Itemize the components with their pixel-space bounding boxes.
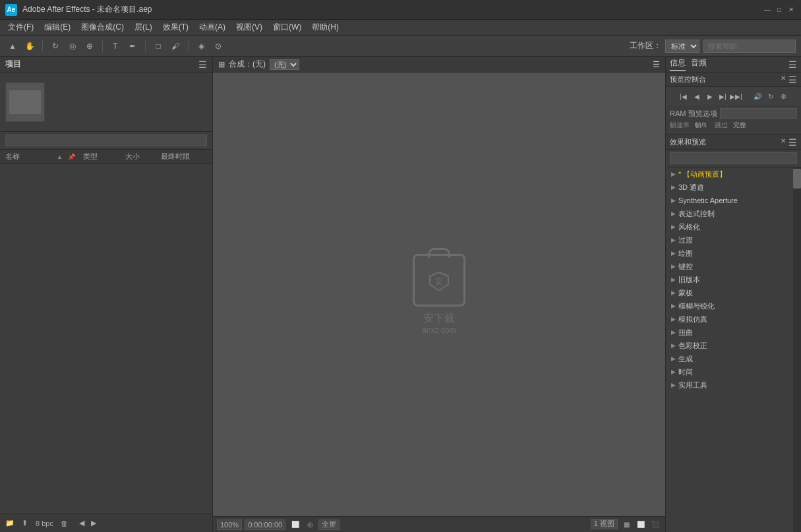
effect-label-7: 键控 [678, 262, 693, 272]
app-icon: Ae [5, 4, 17, 16]
toolbar-text-tool[interactable]: T [108, 39, 123, 53]
toolbar-puppet-tool[interactable]: ⊙ [211, 39, 225, 53]
menu-item-v[interactable]: 视图(V) [231, 20, 268, 34]
toolbar-shape-tool[interactable]: □ [151, 39, 165, 53]
effect-item-13[interactable]: ▶色彩校正 [666, 339, 793, 352]
effect-item-7[interactable]: ▶键控 [666, 260, 793, 273]
effect-label-3: 表达式控制 [678, 209, 715, 219]
effect-item-2[interactable]: ▶Synthetic Aperture [666, 194, 793, 207]
menu-item-c[interactable]: 图像合成(C) [76, 20, 129, 34]
workspace-select[interactable]: 标准 [665, 40, 699, 53]
scroll-right-button[interactable]: ▶ [88, 517, 100, 529]
project-panel-menu-button[interactable]: ☰ [198, 59, 207, 70]
toolbar-rotate-tool[interactable]: ↻ [48, 39, 63, 53]
effects-close-button[interactable]: ✕ [781, 137, 786, 148]
effects-panel: 效果和预览 ✕ ☰ ▶* 【动画预置】▶3D 通道▶Synthetic Aper… [666, 135, 801, 532]
effect-label-14: 生成 [678, 354, 693, 364]
menu-item-l[interactable]: 层(L) [129, 20, 158, 34]
effect-arrow-9: ▶ [671, 289, 676, 296]
effect-item-3[interactable]: ▶表达式控制 [666, 207, 793, 220]
toolbar-arrow-tool[interactable]: ▲ [5, 39, 20, 53]
minimize-button[interactable]: — [763, 5, 772, 15]
effect-arrow-16: ▶ [671, 382, 676, 388]
effect-item-9[interactable]: ▶蒙板 [666, 286, 793, 299]
import-button[interactable]: ⬆ [18, 517, 30, 529]
effect-label-9: 蒙板 [678, 288, 693, 298]
effects-scroll-thumb[interactable] [793, 169, 801, 189]
effects-list: ▶* 【动画预置】▶3D 通道▶Synthetic Aperture▶表达式控制… [666, 167, 801, 532]
column-size-header: 大小 [125, 152, 158, 162]
effect-item-5[interactable]: ▶过渡 [666, 233, 793, 247]
effect-item-11[interactable]: ▶模拟仿真 [666, 312, 793, 326]
menu-item-f[interactable]: 文件(F) [3, 20, 39, 34]
preview-close-button[interactable]: ✕ [781, 74, 786, 85]
comp-view-btn-3[interactable]: ⬛ [649, 519, 661, 531]
effect-item-8[interactable]: ▶旧版本 [666, 273, 793, 286]
zoom-control[interactable]: 100% [217, 519, 242, 530]
fullscreen-button[interactable]: 全屏 [318, 519, 340, 530]
comp-tool-2[interactable]: ◎ [304, 519, 316, 531]
toolbar-pen-tool[interactable]: ✒ [125, 39, 140, 53]
preview-settings-button[interactable]: ⚙ [779, 91, 789, 102]
toolbar-brush-tool[interactable]: 🖌 [168, 39, 183, 53]
effect-label-8: 旧版本 [678, 275, 700, 285]
preview-play-button[interactable]: ▶ [705, 91, 715, 102]
effect-item-12[interactable]: ▶扭曲 [666, 326, 793, 339]
toolbar-orbit-tool[interactable]: ⊕ [82, 39, 97, 53]
project-search-input[interactable] [5, 134, 207, 146]
comp-panel-menu[interactable]: ☰ [653, 60, 660, 69]
tab-audio[interactable]: 音频 [691, 57, 707, 71]
comp-view-btn-2[interactable]: ⬜ [635, 519, 647, 531]
effect-item-4[interactable]: ▶风格化 [666, 220, 793, 233]
toolbar-camera-tool[interactable]: ◎ [65, 39, 80, 53]
composition-dropdown[interactable]: (无) [270, 59, 299, 70]
comp-tools-group: ⬜ ◎ [289, 519, 316, 531]
menu-item-w[interactable]: 窗口(W) [268, 20, 307, 34]
toolbar-hand-tool[interactable]: ✋ [22, 39, 37, 53]
effect-arrow-11: ▶ [671, 316, 676, 322]
effect-label-5: 过渡 [678, 235, 693, 245]
menu-item-a[interactable]: 动画(A) [194, 20, 231, 34]
effect-item-16[interactable]: ▶实用工具 [666, 378, 793, 392]
effect-item-14[interactable]: ▶生成 [666, 352, 793, 365]
effect-item-6[interactable]: ▶绘图 [666, 247, 793, 260]
workspace-label: 工作区： [630, 40, 661, 51]
comp-tool-1[interactable]: ⬜ [289, 519, 301, 531]
preview-menu-button[interactable]: ☰ [788, 74, 797, 85]
effect-item-1[interactable]: ▶3D 通道 [666, 181, 793, 194]
scroll-left-button[interactable]: ◀ [76, 517, 88, 529]
tab-info[interactable]: 信息 [670, 57, 686, 71]
comp-view-btn-1[interactable]: ▦ [620, 519, 632, 531]
menu-item-t[interactable]: 效果(T) [158, 20, 194, 34]
comp-icon: ▦ [218, 60, 225, 69]
effect-arrow-4: ▶ [671, 223, 676, 230]
effects-scrollbar[interactable] [793, 167, 801, 532]
preview-options-area: RAM 预览选项 帧速率 帧/s 跳过 完整 [666, 105, 801, 134]
preview-loop-button[interactable]: ↻ [765, 91, 776, 102]
preview-next-button[interactable]: ▶| [718, 91, 728, 102]
preview-last-button[interactable]: ▶▶| [731, 91, 742, 102]
effects-menu-button[interactable]: ☰ [788, 137, 797, 148]
help-search-input[interactable] [703, 40, 796, 53]
delete-button[interactable]: 🗑 [59, 517, 71, 529]
maximize-button[interactable]: □ [775, 5, 784, 15]
toolbar-roto-tool[interactable]: ◈ [194, 39, 208, 53]
ram-preview-dropdown[interactable] [720, 108, 798, 119]
window-controls: — □ ✕ [763, 5, 796, 15]
preview-audio-button[interactable]: 🔊 [752, 91, 763, 102]
info-panel-menu[interactable]: ☰ [788, 59, 797, 70]
menu-item-e[interactable]: 编辑(E) [39, 20, 76, 34]
preview-prev-button[interactable]: ◀ [692, 91, 702, 102]
view-count[interactable]: 1 视图 [591, 519, 618, 529]
watermark-bag-icon: 安 [413, 254, 465, 307]
effects-search-input[interactable] [670, 152, 797, 164]
preview-first-button[interactable]: |◀ [678, 91, 689, 102]
preview-playback-controls: |◀ ◀ ▶ ▶| ▶▶| 🔊 ↻ ⚙ [666, 87, 801, 105]
effect-item-10[interactable]: ▶模糊与锐化 [666, 299, 793, 312]
menu-item-h[interactable]: 帮助(H) [307, 20, 344, 34]
effect-item-15[interactable]: ▶时间 [666, 365, 793, 378]
effect-item-0[interactable]: ▶* 【动画预置】 [666, 167, 793, 181]
new-folder-button[interactable]: 📁 [4, 517, 16, 529]
close-button[interactable]: ✕ [786, 5, 796, 15]
svg-text:安: 安 [435, 277, 443, 286]
